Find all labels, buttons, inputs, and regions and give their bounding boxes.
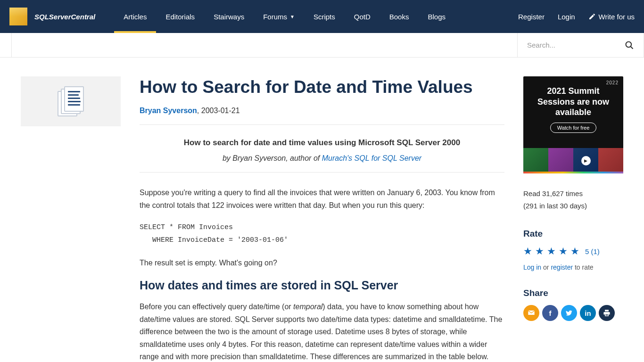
page-container: How to Search for Date and Time Values B… xyxy=(0,58,644,362)
left-column xyxy=(21,76,121,362)
svg-line-1 xyxy=(631,46,633,49)
share-linkedin-button[interactable]: in xyxy=(580,305,596,321)
login-link[interactable]: Log in xyxy=(523,263,541,271)
section-heading: How dates and times are stored in SQL Se… xyxy=(140,279,504,292)
article-thumbnail xyxy=(21,76,121,126)
divider xyxy=(140,124,504,125)
star-icon[interactable]: ★ xyxy=(559,246,568,257)
register-link[interactable]: Register xyxy=(518,13,545,21)
nav-qotd[interactable]: QotD xyxy=(345,0,380,33)
search-bar xyxy=(0,33,644,58)
main-column: How to Search for Date and Time Values B… xyxy=(140,76,504,362)
share-email-button[interactable] xyxy=(523,305,539,321)
code-block: SELECT * FROM Invoices WHERE InvoiceDate… xyxy=(140,221,504,247)
star-icon[interactable]: ★ xyxy=(570,246,579,257)
nav-editorials[interactable]: Editorials xyxy=(156,0,204,33)
register-link[interactable]: register xyxy=(551,263,573,271)
read-stats: Read 31,627 times (291 in last 30 days) xyxy=(523,188,623,212)
top-nav: SQLServerCentral Articles Editorials Sta… xyxy=(0,0,644,33)
brand-area[interactable]: SQLServerCentral xyxy=(0,0,105,33)
promo-year-badge: 2022 xyxy=(606,80,619,85)
article-subhead: How to search for date and time values u… xyxy=(140,138,504,148)
promo-heading: 2021 Summit Sessions are now available xyxy=(529,86,618,118)
star-icon[interactable]: ★ xyxy=(523,246,532,257)
nav-scripts[interactable]: Scripts xyxy=(304,0,345,33)
rate-login-prompt: Log in or register to rate xyxy=(523,263,623,271)
share-heading: Share xyxy=(523,288,623,298)
nav-right: Register Login Write for us xyxy=(518,13,635,21)
nav-forums[interactable]: Forums▼ xyxy=(254,0,304,33)
book-link[interactable]: Murach's SQL for SQL Server xyxy=(322,154,421,162)
chevron-down-icon: ▼ xyxy=(290,14,295,19)
rating-stars[interactable]: ★ ★ ★ ★ ★ 5 (1) xyxy=(523,246,623,257)
article-byline: by Bryan Syverson, author of Murach's SQ… xyxy=(140,154,504,163)
nav-books[interactable]: Books xyxy=(380,0,419,33)
brand-name: SQLServerCentral xyxy=(34,13,95,21)
rate-heading: Rate xyxy=(523,229,623,239)
article-date: 2003-01-21 xyxy=(201,107,240,115)
promo-thumbnails xyxy=(523,148,623,173)
nav-stairways[interactable]: Stairways xyxy=(204,0,254,33)
article-meta: Bryan Syverson, 2003-01-21 xyxy=(140,107,504,115)
paragraph: Before you can effectively query date/ti… xyxy=(140,301,504,362)
search-input[interactable] xyxy=(527,41,625,49)
logo-icon xyxy=(9,8,27,25)
nav-articles[interactable]: Articles xyxy=(114,0,156,33)
nav-items: Articles Editorials Stairways Forums▼ Sc… xyxy=(114,0,455,33)
paragraph: Suppose you're writing a query to find a… xyxy=(140,187,504,212)
write-for-us-link[interactable]: Write for us xyxy=(588,13,635,21)
document-icon xyxy=(58,86,84,116)
nav-blogs[interactable]: Blogs xyxy=(418,0,455,33)
share-buttons: f in xyxy=(523,305,623,321)
divider xyxy=(140,172,504,173)
star-icon[interactable]: ★ xyxy=(535,246,544,257)
right-column: 2022 2021 Summit Sessions are now availa… xyxy=(523,76,623,362)
svg-point-0 xyxy=(626,41,632,47)
login-link[interactable]: Login xyxy=(558,13,575,21)
share-print-button[interactable] xyxy=(599,305,615,321)
promo-banner[interactable]: 2022 2021 Summit Sessions are now availa… xyxy=(523,76,623,173)
pencil-icon xyxy=(588,13,596,20)
author-link[interactable]: Bryan Syverson xyxy=(140,107,197,115)
search-icon[interactable] xyxy=(625,41,634,50)
share-twitter-button[interactable] xyxy=(561,305,577,321)
promo-cta-button[interactable]: Watch for free xyxy=(550,123,597,133)
page-title: How to Search for Date and Time Values xyxy=(140,76,504,98)
paragraph: The result set is empty. What's going on… xyxy=(140,257,504,269)
star-icon[interactable]: ★ xyxy=(547,246,556,257)
share-facebook-button[interactable]: f xyxy=(542,305,558,321)
rating-value: 5 (1) xyxy=(585,247,600,255)
